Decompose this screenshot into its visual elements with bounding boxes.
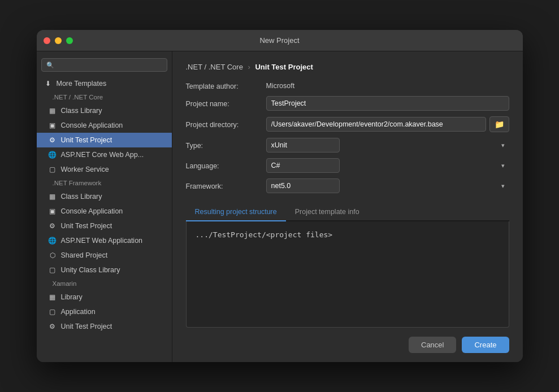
more-templates-label: More Templates [57, 80, 107, 88]
breadcrumb-base: .NET / .NET Core [186, 63, 243, 71]
search-icon: 🔍 [46, 62, 54, 69]
aspnet-web-icon: 🌐 [48, 236, 57, 245]
sidebar-item-shared-project[interactable]: ⬡ Shared Project [37, 248, 172, 263]
project-directory-label: Project directory: [186, 116, 259, 132]
sidebar-item-worker-service[interactable]: ▢ Worker Service [37, 162, 172, 177]
project-directory-row: 📁 [266, 116, 509, 132]
sidebar-item-library-xamarin[interactable]: ▦ Library [37, 290, 172, 304]
framework-select-wrapper: net5.0 net6.0 netcoreapp3.1 [266, 178, 509, 193]
class-library-icon-2: ▦ [48, 192, 57, 201]
language-select-wrapper: C# F# VB [266, 158, 509, 173]
sidebar-item-more-templates[interactable]: ⬇ More Templates [37, 76, 172, 91]
close-button[interactable] [44, 37, 50, 44]
console-app-icon-1: ▣ [48, 121, 57, 130]
minimize-button[interactable] [55, 37, 62, 44]
template-author-label: Template author: [186, 81, 259, 90]
sidebar-item-application-xamarin[interactable]: ▢ Application [37, 304, 172, 319]
sidebar-item-unit-test-3[interactable]: ⚙ Unit Test Project [37, 319, 172, 334]
project-name-label: Project name: [186, 96, 259, 111]
browse-directory-button[interactable]: 📁 [489, 116, 509, 132]
cancel-button[interactable]: Cancel [409, 337, 456, 353]
unit-test-icon-3: ⚙ [48, 322, 57, 331]
sidebar-item-unity-class-library[interactable]: ▢ Unity Class Library [37, 263, 172, 277]
sidebar-sub-xamarin: Xamarin [37, 277, 172, 290]
worker-service-icon: ▢ [48, 165, 57, 174]
framework-select[interactable]: net5.0 net6.0 netcoreapp3.1 [266, 178, 340, 193]
traffic-lights [44, 37, 73, 44]
language-select[interactable]: C# F# VB [266, 158, 340, 173]
main-panel: .NET / .NET Core › Unit Test Project Tem… [172, 51, 523, 362]
footer: Cancel Create [186, 328, 509, 353]
form-grid: Template author: Microsoft Project name:… [186, 81, 509, 193]
type-label: Type: [186, 138, 259, 153]
sidebar-item-aspnet-core[interactable]: 🌐 ASP.NET Core Web App... [37, 147, 172, 162]
main-content: 🔍 ⬇ More Templates .NET / .NET Core ▦ Cl… [37, 51, 523, 362]
sidebar: 🔍 ⬇ More Templates .NET / .NET Core ▦ Cl… [37, 51, 172, 362]
sidebar-sub-net-framework: .NET Framework [37, 177, 172, 189]
language-label: Language: [186, 158, 259, 173]
unit-test-icon-1: ⚙ [48, 136, 57, 145]
sidebar-item-class-library-1[interactable]: ▦ Class Library [37, 103, 172, 118]
search-bar[interactable]: 🔍 [41, 58, 167, 72]
dialog-window: New Project 🔍 ⬇ More Templates .NET / .N… [37, 30, 523, 362]
maximize-button[interactable] [66, 37, 73, 44]
create-button[interactable]: Create [462, 337, 509, 353]
titlebar: New Project [37, 30, 523, 51]
sidebar-item-console-app-1[interactable]: ▣ Console Application [37, 118, 172, 133]
tab-template-info[interactable]: Project template info [286, 203, 369, 221]
project-directory-input[interactable] [266, 117, 486, 132]
unit-test-icon-2: ⚙ [48, 221, 57, 230]
search-input[interactable] [58, 61, 162, 69]
class-library-icon-1: ▦ [48, 106, 57, 115]
sidebar-item-aspnet-web[interactable]: 🌐 ASP.NET Web Application [37, 233, 172, 248]
breadcrumb-current: Unit Test Project [255, 63, 313, 71]
sidebar-item-unit-test-1[interactable]: ⚙ Unit Test Project [37, 133, 172, 147]
framework-label: Framework: [186, 178, 259, 193]
tab-project-structure[interactable]: Resulting project structure [186, 203, 286, 221]
type-select-wrapper: xUnit NUnit MSTest [266, 138, 509, 153]
sidebar-sub-net-core: .NET / .NET Core [37, 91, 172, 103]
sidebar-item-unit-test-2[interactable]: ⚙ Unit Test Project [37, 219, 172, 233]
download-icon: ⬇ [44, 79, 53, 88]
project-structure-text: .../TestProject/<project files> [196, 230, 333, 239]
project-structure-area: .../TestProject/<project files> [186, 221, 509, 328]
aspnet-core-icon: 🌐 [48, 150, 57, 159]
project-name-input[interactable] [266, 96, 509, 111]
library-icon: ▦ [48, 293, 57, 302]
tabs-container: Resulting project structure Project temp… [186, 203, 509, 221]
sidebar-item-console-app-2[interactable]: ▣ Console Application [37, 204, 172, 219]
sidebar-item-class-library-2[interactable]: ▦ Class Library [37, 189, 172, 204]
shared-project-icon: ⬡ [48, 251, 57, 260]
window-title: New Project [259, 36, 299, 45]
console-app-icon-2: ▣ [48, 207, 57, 216]
application-icon: ▢ [48, 307, 57, 316]
template-author-value: Microsoft [266, 81, 509, 90]
type-select[interactable]: xUnit NUnit MSTest [266, 138, 340, 153]
breadcrumb: .NET / .NET Core › Unit Test Project [186, 63, 509, 71]
breadcrumb-separator: › [248, 63, 253, 71]
unity-class-library-icon: ▢ [48, 265, 57, 275]
